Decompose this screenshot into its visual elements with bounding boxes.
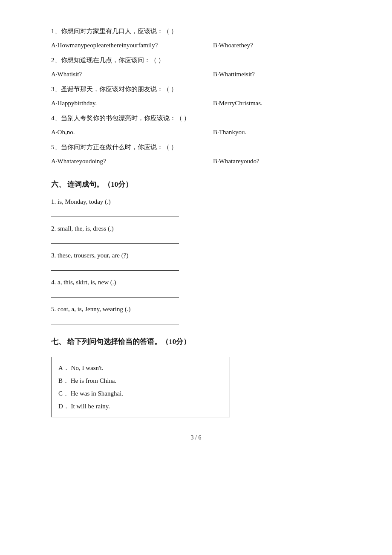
question-4: 4、当别人夸奖你的书包漂亮时，你应该说：（ ） A·Oh,no. B·Thank… <box>51 113 341 138</box>
q5-choices: A·Whatareyoudoing? B·Whatareyoudo? <box>51 156 341 167</box>
q5-text: 5、当你问对方正在做什么时，你应说：（ ） <box>51 142 341 153</box>
q4-choice-b: B·Thankyou. <box>213 127 341 138</box>
q5-choice-b: B·Whatareyoudo? <box>213 156 341 167</box>
answer-line-4 <box>51 290 179 298</box>
answer-d: D． It will be rainy. <box>58 400 223 413</box>
q5-choice-a: A·Whatareyoudoing? <box>51 156 179 167</box>
q3-number: 3 <box>51 86 55 92</box>
answer-line-3 <box>51 263 179 271</box>
q1-choice-b: B·Whoarethey? <box>213 40 341 51</box>
q2-choice-b: B·Whattimeisit? <box>213 69 341 80</box>
answer-b: B． He is from China. <box>58 374 223 387</box>
answer-line-2 <box>51 236 179 244</box>
answer-d-label: D． <box>58 403 69 410</box>
q3-choices: A·Happybirthday. B·MerryChristmas. <box>51 98 341 109</box>
answer-a: A． No, I wasn't. <box>58 361 223 374</box>
questions-section: 1、你想问对方家里有几口人，应该说：（ ） A·Howmanypeopleare… <box>51 26 341 167</box>
answer-c-text: He was in Shanghai. <box>71 390 123 397</box>
answer-b-label: B． <box>58 377 69 384</box>
question-1: 1、你想问对方家里有几口人，应该说：（ ） A·Howmanypeopleare… <box>51 26 341 51</box>
sentence-2: 2. small, the, is, dress (.) <box>51 223 341 234</box>
answer-line-1 <box>51 209 179 217</box>
sentence-4: 4. a, this, skirt, is, new (.) <box>51 277 341 288</box>
q2-choices: A·Whatisit? B·Whattimeisit? <box>51 69 341 80</box>
question-5: 5、当你问对方正在做什么时，你应说：（ ） A·Whatareyoudoing?… <box>51 142 341 167</box>
q4-choices: A·Oh,no. B·Thankyou. <box>51 127 341 138</box>
q3-choice-a: A·Happybirthday. <box>51 98 179 109</box>
answer-c-label: C． <box>58 390 69 397</box>
q1-text: 1、你想问对方家里有几口人，应该说：（ ） <box>51 26 341 37</box>
section-7-header: 七、 给下列问句选择恰当的答语。（10分） <box>51 335 341 349</box>
q4-text: 4、当别人夸奖你的书包漂亮时，你应该说：（ ） <box>51 113 341 124</box>
answer-a-label: A． <box>58 364 69 371</box>
q2-text: 2、你想知道现在几点，你应该问：（ ） <box>51 55 341 66</box>
answer-choices-box: A． No, I wasn't. B． He is from China. C．… <box>51 357 230 417</box>
section-6-header: 六、 连词成句。（10分） <box>51 177 341 192</box>
sentence-1: 1. is, Monday, today (.) <box>51 196 341 208</box>
question-3: 3、圣诞节那天，你应该对你的朋友说：（ ） A·Happybirthday. B… <box>51 84 341 109</box>
q2-number: 2 <box>51 57 55 64</box>
answer-line-5 <box>51 317 179 324</box>
q4-number: 4 <box>51 115 55 121</box>
q1-choices: A·Howmanypeoplearethereinyourfamily? B·W… <box>51 40 341 51</box>
q1-choice-a: A·Howmanypeoplearethereinyourfamily? <box>51 40 179 51</box>
q1-number: 1 <box>51 28 55 35</box>
answer-a-text: No, I wasn't. <box>71 364 104 371</box>
sentence-3: 3. these, trousers, your, are (?) <box>51 250 341 261</box>
question-2: 2、你想知道现在几点，你应该问：（ ） A·Whatisit? B·Whatti… <box>51 55 341 80</box>
section-6: 六、 连词成句。（10分） 1. is, Monday, today (.) 2… <box>51 177 341 324</box>
q4-choice-a: A·Oh,no. <box>51 127 179 138</box>
answer-d-text: It will be rainy. <box>71 403 110 410</box>
page-number: 3 / 6 <box>191 434 202 441</box>
answer-b-text: He is from China. <box>71 377 116 384</box>
answer-c: C． He was in Shanghai. <box>58 387 223 400</box>
q3-text: 3、圣诞节那天，你应该对你的朋友说：（ ） <box>51 84 341 95</box>
q2-choice-a: A·Whatisit? <box>51 69 179 80</box>
q5-number: 5 <box>51 144 55 150</box>
q3-choice-b: B·MerryChristmas. <box>213 98 341 109</box>
sentence-5: 5. coat, a, is, Jenny, wearing (.) <box>51 304 341 315</box>
page-footer: 3 / 6 <box>51 434 341 441</box>
section-7: 七、 给下列问句选择恰当的答语。（10分） A． No, I wasn't. B… <box>51 335 341 417</box>
